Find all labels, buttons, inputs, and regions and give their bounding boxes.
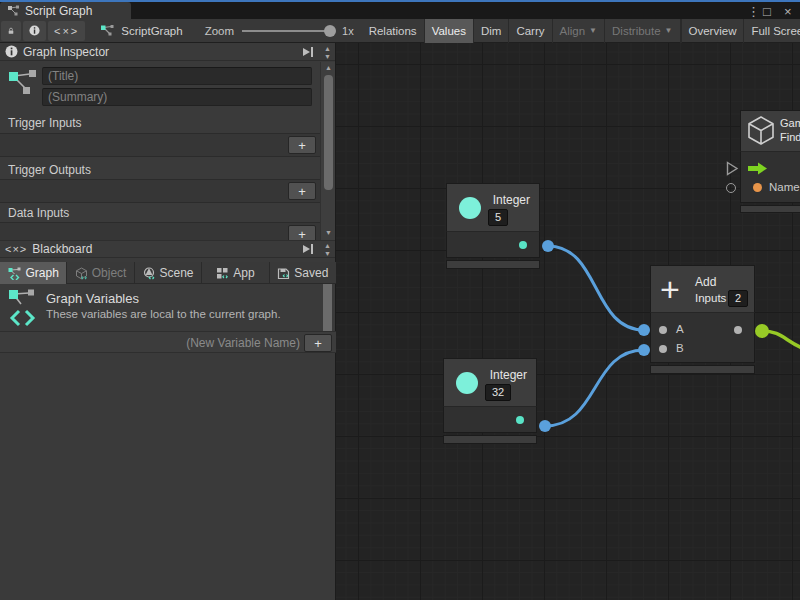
side-panel: Graph Inspector ▲ ▼ ▲ ▼ Trigger Inputs +…: [0, 43, 336, 600]
input-port-a[interactable]: [659, 326, 667, 334]
relations-button[interactable]: Relations: [362, 19, 425, 43]
scroll-down-icon[interactable]: ▼: [320, 53, 335, 61]
node-integer-32[interactable]: Integer 32: [443, 358, 537, 444]
node-title: Integer: [490, 368, 527, 382]
cube-icon: [746, 115, 776, 149]
output-port[interactable]: [734, 326, 742, 334]
inputs-count-field[interactable]: 2: [728, 290, 748, 307]
new-variable-input[interactable]: [4, 334, 300, 351]
inputs-label: Inputs: [695, 292, 726, 304]
breadcrumb[interactable]: ScriptGraph: [100, 24, 182, 37]
align-dropdown[interactable]: Align ▼: [553, 19, 606, 43]
input-port-b[interactable]: [659, 345, 667, 353]
zoom-slider[interactable]: [242, 30, 334, 32]
script-graph-icon: [100, 24, 115, 37]
integer-value-field[interactable]: 5: [488, 209, 508, 226]
integer-type-icon: [459, 197, 481, 219]
node-header: Integer 5: [446, 183, 540, 232]
summary-field[interactable]: [42, 88, 312, 106]
graph-inspector-icon: [8, 69, 38, 103]
control-input-port-icon[interactable]: [748, 162, 768, 175]
blackboard-header: <×> Blackboard: [0, 240, 335, 258]
node-subtitle: Game: [780, 117, 800, 129]
integer-value-field[interactable]: 32: [485, 384, 511, 401]
maximize-icon[interactable]: □: [763, 5, 771, 18]
blackboard-tabs: Graph Object Scene: [0, 262, 336, 284]
inspector-scrollbar[interactable]: ▲ ▼: [320, 62, 335, 240]
port-b-label: B: [676, 342, 684, 354]
port-name-label: Name: [769, 181, 800, 193]
section-data-inputs: Data Inputs: [8, 206, 69, 220]
tab-graph[interactable]: Graph: [0, 262, 67, 284]
output-port[interactable]: [516, 416, 524, 424]
value-port-stub-icon[interactable]: [726, 183, 736, 193]
tab-object[interactable]: Object: [67, 262, 134, 284]
add-variable-button[interactable]: +: [304, 334, 332, 352]
graph-inspector-header: Graph Inspector: [0, 43, 335, 61]
trigger-inputs-list: [0, 133, 320, 157]
node-footer: [446, 260, 540, 269]
window-menu-icon[interactable]: ⋮: [747, 5, 760, 18]
section-trigger-inputs: Trigger Inputs: [8, 116, 82, 130]
dim-button[interactable]: Dim: [474, 19, 509, 43]
lock-button[interactable]: [1, 21, 21, 41]
chevron-down-icon: ▼: [665, 26, 673, 35]
blackboard-title: Blackboard: [32, 242, 92, 256]
node-body: A B: [650, 313, 755, 363]
zoom-slider-handle[interactable]: [324, 25, 336, 37]
graph-variables-icon: [8, 267, 22, 280]
scroll-down-icon[interactable]: ▼: [320, 250, 335, 258]
add-trigger-output-button[interactable]: +: [288, 182, 316, 200]
values-button[interactable]: Values: [425, 19, 474, 43]
graph-variables-heading: Graph Variables: [46, 291, 139, 306]
node-footer: [650, 365, 755, 374]
tab-script-graph[interactable]: Script Graph: [0, 2, 131, 19]
tab-scene[interactable]: Scene: [135, 262, 202, 284]
scroll-up-icon[interactable]: ▲: [321, 64, 336, 72]
info-icon: [29, 24, 40, 37]
full-screen-button[interactable]: Full Screen: [744, 19, 800, 43]
dock-panel-icon[interactable]: [301, 243, 315, 255]
output-port[interactable]: [519, 241, 527, 249]
lock-icon: [7, 25, 15, 37]
node-integer-5[interactable]: Integer 5: [446, 183, 540, 269]
section-trigger-outputs: Trigger Outputs: [8, 163, 91, 177]
blackboard-toggle-button[interactable]: <×>: [48, 21, 85, 41]
name-input-port[interactable]: [753, 183, 762, 192]
node-add[interactable]: + Add Inputs 2 A B: [650, 265, 755, 374]
node-header: + Add Inputs 2: [650, 265, 755, 313]
add-trigger-input-button[interactable]: +: [288, 136, 316, 154]
trigger-outputs-list: [0, 179, 320, 203]
overview-button[interactable]: Overview: [682, 19, 745, 43]
scroll-up-icon[interactable]: ▲: [320, 45, 335, 53]
zoom-control: Zoom 1x: [205, 25, 354, 37]
scrollbar-thumb[interactable]: [324, 75, 333, 190]
carry-button[interactable]: Carry: [509, 19, 552, 43]
variables-icon: <×>: [5, 243, 27, 255]
scroll-down-icon[interactable]: ▼: [321, 229, 336, 237]
focus-indicator-line: [0, 0, 800, 2]
control-port-stub-icon[interactable]: [726, 161, 739, 176]
node-title: Add: [695, 275, 716, 289]
inspector-toggle-button[interactable]: [23, 21, 46, 41]
chevron-down-icon: ▼: [589, 26, 597, 35]
saved-icon: [277, 267, 290, 280]
add-operator-icon: +: [660, 272, 680, 306]
scroll-up-icon[interactable]: ▲: [320, 242, 335, 250]
tab-app[interactable]: App: [202, 262, 269, 284]
port-a-label: A: [676, 323, 684, 335]
integer-type-icon: [456, 372, 478, 394]
title-field[interactable]: [42, 67, 312, 85]
node-find-game-object[interactable]: Game Find Name: [740, 110, 800, 213]
dock-panel-icon[interactable]: [301, 46, 315, 58]
graph-window-icon: [7, 5, 20, 16]
tab-saved[interactable]: Saved: [270, 262, 336, 284]
new-variable-row: +: [0, 331, 336, 353]
close-icon[interactable]: ×: [784, 5, 792, 18]
tab-title: Script Graph: [25, 4, 92, 18]
breadcrumb-label: ScriptGraph: [121, 25, 182, 37]
script-graph-window: Script Graph ⋮ □ × <×>: [0, 0, 800, 600]
distribute-dropdown[interactable]: Distribute ▼: [605, 19, 681, 43]
scene-icon: [143, 267, 156, 280]
info-icon: [5, 45, 18, 58]
